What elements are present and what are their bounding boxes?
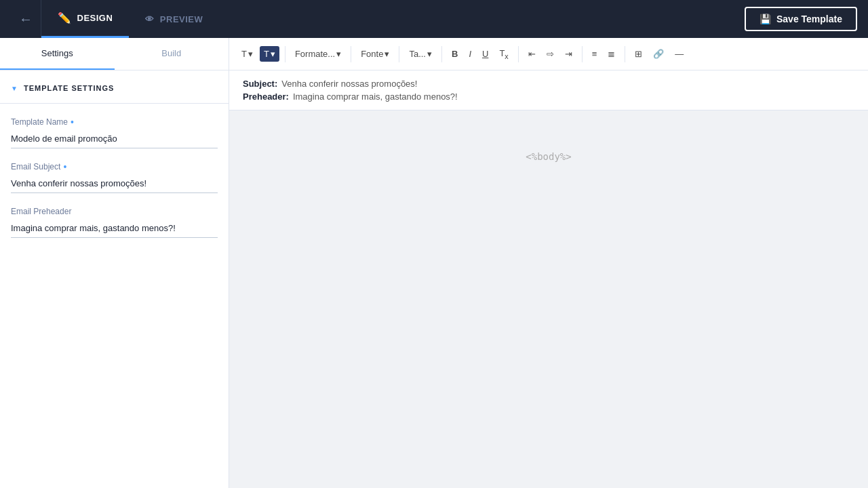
toolbar-sep-7 xyxy=(625,46,625,62)
text-format-active-label: T xyxy=(264,49,269,59)
horizontal-rule-button[interactable]: — xyxy=(671,46,688,62)
template-name-input[interactable] xyxy=(11,129,218,148)
design-tab[interactable]: ✏️ DESIGN xyxy=(41,0,129,38)
text-type-dropdown-icon: ▾ xyxy=(248,49,253,59)
font-dropdown-icon: ▾ xyxy=(384,49,389,59)
subject-value: Venha conferir nossas promoções! xyxy=(281,79,417,89)
email-preheader-label: Email Preheader xyxy=(11,207,218,216)
sidebar-tab-build[interactable]: Build xyxy=(115,38,229,70)
subject-label: Subject: xyxy=(243,79,277,89)
strikethrough-icon: Tx xyxy=(499,48,508,60)
list-ordered-button[interactable]: ≣ xyxy=(604,46,619,62)
font-dropdown[interactable]: Fonte ▾ xyxy=(357,46,393,62)
preheader-label: Preheader: xyxy=(243,92,289,102)
align-left-button[interactable]: ⇤ xyxy=(524,46,540,62)
font-dropdown-label: Fonte xyxy=(361,49,383,59)
text-format-active-dropdown-icon: ▾ xyxy=(271,49,275,59)
size-dropdown[interactable]: Ta... ▾ xyxy=(405,46,436,62)
text-format-active-button[interactable]: T ▾ xyxy=(260,46,279,62)
toolbar-sep-3 xyxy=(399,46,399,62)
preview-icon: 👁 xyxy=(145,14,155,24)
underline-icon: U xyxy=(482,49,488,59)
chevron-down-icon: ▼ xyxy=(11,85,18,92)
sidebar-tab-settings[interactable]: Settings xyxy=(0,38,115,70)
grid-button[interactable]: ⊞ xyxy=(631,46,646,62)
build-tab-label: Build xyxy=(161,48,181,58)
horizontal-rule-icon: — xyxy=(675,49,684,59)
format-dropdown-icon: ▾ xyxy=(336,49,341,59)
template-settings-header[interactable]: ▼ TEMPLATE SETTINGS xyxy=(0,70,229,104)
format-dropdown-label: Formate... xyxy=(295,49,335,59)
preview-tab-label: PREVIEW xyxy=(160,14,203,24)
align-center-button[interactable]: ⇨ xyxy=(542,46,558,62)
template-name-required: • xyxy=(71,117,74,127)
settings-form: Template Name • Email Subject • Email Pr… xyxy=(0,104,229,251)
sidebar: Settings Build ▼ TEMPLATE SETTINGS Templ… xyxy=(0,38,229,488)
toolbar-sep-6 xyxy=(582,46,583,62)
template-name-label: Template Name • xyxy=(11,117,218,127)
top-nav: ← ✏️ DESIGN 👁 PREVIEW 💾 Save Template xyxy=(0,0,868,38)
align-right-icon: ⇥ xyxy=(565,49,572,59)
link-button[interactable]: 🔗 xyxy=(649,46,668,62)
design-tab-label: DESIGN xyxy=(77,13,113,23)
toolbar-sep-5 xyxy=(518,46,519,62)
email-subject-label: Email Subject • xyxy=(11,162,218,171)
email-preheader-preview: Preheader: Imagina comprar mais, gastand… xyxy=(243,92,854,102)
size-dropdown-icon: ▾ xyxy=(427,49,432,59)
align-left-icon: ⇤ xyxy=(528,49,536,59)
format-dropdown[interactable]: Formate... ▾ xyxy=(291,46,345,62)
email-body-placeholder: <%body%> xyxy=(526,151,571,162)
preview-tab[interactable]: 👁 PREVIEW xyxy=(129,0,219,38)
email-preview-header: Subject: Venha conferir nossas promoções… xyxy=(229,70,868,110)
settings-tab-label: Settings xyxy=(41,48,73,58)
main-layout: Settings Build ▼ TEMPLATE SETTINGS Templ… xyxy=(0,38,868,488)
italic-icon: I xyxy=(469,49,471,59)
save-label: Save Template xyxy=(776,14,842,24)
preheader-value: Imagina comprar mais, gastando menos?! xyxy=(293,92,458,102)
underline-button[interactable]: U xyxy=(478,46,492,62)
bold-icon: B xyxy=(452,49,458,59)
toolbar-sep-2 xyxy=(351,46,351,62)
link-icon: 🔗 xyxy=(653,49,664,59)
back-icon: ← xyxy=(19,12,33,27)
bold-button[interactable]: B xyxy=(448,46,462,62)
strikethrough-button[interactable]: Tx xyxy=(495,45,512,63)
align-center-icon: ⇨ xyxy=(547,49,554,59)
toolbar-sep-4 xyxy=(441,46,442,62)
text-type-button[interactable]: T ▾ xyxy=(237,46,257,62)
back-button[interactable]: ← xyxy=(11,6,41,33)
italic-button[interactable]: I xyxy=(465,46,475,62)
toolbar: T ▾ T ▾ Formate... ▾ Fonte ▾ Ta... ▾ xyxy=(229,38,868,70)
sidebar-tabs: Settings Build xyxy=(0,38,229,70)
email-preheader-label-text: Email Preheader xyxy=(11,207,71,216)
right-panel: T ▾ T ▾ Formate... ▾ Fonte ▾ Ta... ▾ xyxy=(229,38,868,488)
list-unordered-button[interactable]: ≡ xyxy=(588,46,601,62)
template-settings-label: TEMPLATE SETTINGS xyxy=(24,84,115,92)
save-icon: 💾 xyxy=(760,14,771,24)
template-name-group: Template Name • xyxy=(11,117,218,148)
list-ordered-icon: ≣ xyxy=(608,49,615,59)
email-preheader-group: Email Preheader xyxy=(11,207,218,238)
email-subject-group: Email Subject • xyxy=(11,162,218,193)
save-template-button[interactable]: 💾 Save Template xyxy=(745,7,857,31)
design-icon: ✏️ xyxy=(58,12,72,24)
size-dropdown-label: Ta... xyxy=(409,49,426,59)
toolbar-sep-1 xyxy=(285,46,285,62)
email-preheader-input[interactable] xyxy=(11,219,218,238)
email-subject-required: • xyxy=(63,162,66,171)
grid-icon: ⊞ xyxy=(635,49,642,59)
list-unordered-icon: ≡ xyxy=(592,49,597,59)
email-subject-input[interactable] xyxy=(11,174,218,193)
align-right-button[interactable]: ⇥ xyxy=(561,46,576,62)
email-canvas[interactable]: <%body%> xyxy=(229,110,868,488)
email-subject-preview: Subject: Venha conferir nossas promoções… xyxy=(243,79,854,89)
template-name-label-text: Template Name xyxy=(11,117,68,127)
email-subject-label-text: Email Subject xyxy=(11,162,60,171)
text-type-label: T xyxy=(241,49,247,59)
